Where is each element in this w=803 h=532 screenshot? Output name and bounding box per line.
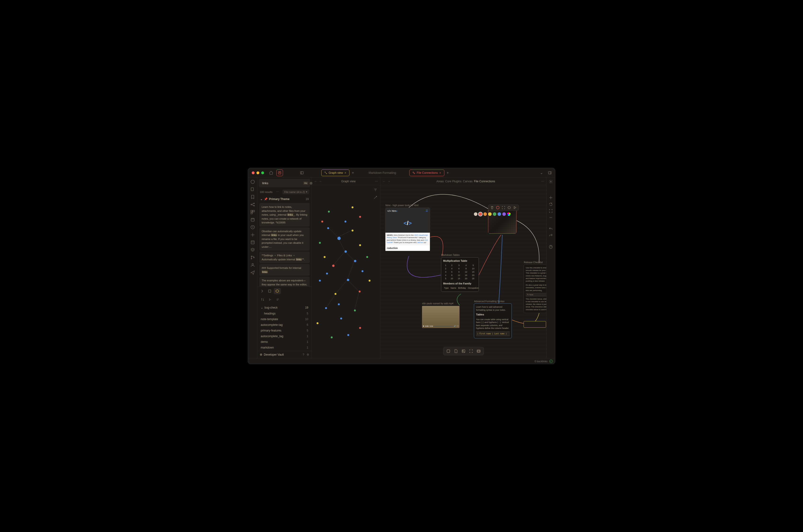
backlink-count[interactable]: 0 backlinks (535, 360, 547, 363)
play-icon[interactable]: ▶ (423, 325, 424, 327)
graph-node[interactable] (347, 334, 349, 336)
command-palette-icon[interactable] (250, 232, 255, 237)
search-result[interactable]: **Settings → Files & Links → Automatical… (259, 251, 310, 263)
tag-item[interactable]: note-template10 (259, 316, 310, 322)
search-result[interactable]: Obsidian can automatically update intern… (259, 227, 310, 251)
graph-node[interactable] (359, 327, 361, 329)
layers-icon[interactable] (250, 248, 255, 252)
add-note-icon[interactable] (453, 348, 458, 354)
graph-node[interactable] (359, 244, 361, 246)
quick-switcher-icon[interactable] (250, 179, 255, 184)
fullscreen-icon[interactable] (549, 209, 553, 213)
sidebar-toggle-icon[interactable] (298, 170, 305, 176)
crumb[interactable]: Core Plugins (445, 180, 461, 183)
tag-item[interactable]: headings5 (259, 311, 310, 316)
person-icon[interactable] (250, 263, 255, 267)
redo-icon[interactable] (549, 233, 553, 238)
tag-item[interactable]: autocomplete_tag1 (259, 334, 310, 339)
graph-node[interactable] (345, 250, 347, 253)
refresh-icon[interactable] (549, 202, 553, 206)
canvas-node-release-checklist[interactable]: Release Checklist Use this checklist to … (524, 264, 546, 313)
right-sidebar-toggle-icon[interactable] (547, 170, 553, 176)
expand-icon[interactable] (267, 297, 274, 303)
color-swatch[interactable] (483, 212, 487, 216)
play-icon[interactable] (513, 206, 517, 209)
circle-icon[interactable] (507, 206, 511, 209)
graph-node[interactable] (328, 211, 330, 213)
add-link-icon[interactable] (469, 348, 474, 354)
graph-node[interactable] (316, 322, 318, 324)
plus-icon[interactable] (549, 195, 553, 200)
result-group-header[interactable]: ⌄ 📌 Primary Theme 19 (259, 196, 310, 202)
graph-icon[interactable] (250, 202, 255, 207)
tab-file-connections[interactable]: File Connections × (409, 170, 444, 176)
home-icon[interactable] (268, 170, 274, 176)
graph-view[interactable] (312, 185, 380, 358)
back-icon[interactable]: ← (314, 180, 317, 183)
search-input[interactable] (262, 182, 302, 185)
tag-group-header[interactable]: ⌄ bug-check 19 (259, 305, 310, 311)
add-group-icon[interactable] (476, 348, 481, 354)
palette-icon[interactable] (496, 206, 500, 209)
canvas-view[interactable]: htmx - high power tools for html </> htm… (380, 185, 546, 358)
focus-icon[interactable] (501, 206, 505, 209)
crumb[interactable]: Canvas (463, 180, 473, 183)
add-card-icon[interactable] (446, 348, 451, 354)
graph-node[interactable] (337, 237, 341, 240)
tag-item[interactable]: primary-features5 (259, 328, 310, 334)
color-swatch-custom[interactable] (507, 212, 511, 216)
crumb[interactable]: Areas (436, 180, 444, 183)
fullscreen-icon[interactable]: ⛶ (457, 325, 458, 327)
undo-icon[interactable] (549, 227, 553, 231)
bookmarks-tab-icon[interactable] (267, 288, 273, 294)
canvas-node-video[interactable]: são paulo sunset by saib.mp4 ▶ 0:00 / 3:… (422, 306, 460, 328)
graph-node[interactable] (321, 221, 323, 223)
daily-note-icon[interactable] (250, 217, 255, 222)
search-result[interactable]: The examples above are equivalent—they a… (259, 277, 310, 286)
graph-node[interactable] (334, 293, 336, 295)
wand-icon[interactable] (372, 195, 378, 200)
graph-node[interactable] (325, 307, 327, 309)
graph-node[interactable] (332, 265, 334, 267)
canvas-node-markdown-tables[interactable]: Markdown Tables Multiplication Table 123… (441, 257, 479, 292)
send-icon[interactable] (250, 270, 255, 275)
color-swatch[interactable] (493, 212, 496, 216)
forward-icon[interactable]: → (387, 180, 390, 183)
close-window[interactable] (252, 171, 255, 174)
color-swatch[interactable] (474, 212, 477, 216)
maximize-window[interactable] (261, 171, 264, 174)
graph-node[interactable] (319, 280, 321, 282)
canvas-node-empty[interactable] (524, 321, 546, 328)
color-swatch[interactable] (502, 212, 506, 216)
sort-dropdown[interactable]: File name (A to Z) ▾ (282, 190, 309, 194)
match-case-badge[interactable]: Aa (303, 182, 308, 185)
tab-graph-view[interactable]: Graph view × (321, 170, 349, 176)
sync-status-icon[interactable]: ✓ (549, 360, 553, 363)
close-icon[interactable]: × (439, 171, 441, 175)
graph-node[interactable] (351, 230, 353, 231)
graph-node[interactable] (354, 260, 356, 262)
settings-icon[interactable] (549, 179, 553, 184)
chevron-down-icon[interactable]: ⌄ (538, 170, 545, 176)
video-scrubber[interactable] (434, 326, 453, 326)
filter-icon[interactable] (372, 187, 378, 193)
sort-icon[interactable] (259, 297, 266, 303)
graph-node[interactable] (359, 290, 361, 292)
tag-item[interactable]: autocomplete-tag6 (259, 322, 310, 328)
forward-icon[interactable]: → (319, 180, 322, 183)
clock-icon[interactable] (250, 225, 255, 230)
more-icon[interactable]: ⋯ (541, 180, 544, 183)
more-icon[interactable]: ⋯ (375, 180, 378, 183)
git-icon[interactable] (250, 255, 255, 260)
graph-node[interactable] (362, 270, 363, 272)
reading-mode-icon[interactable] (276, 170, 283, 176)
delete-icon[interactable] (490, 206, 494, 209)
settings-icon[interactable]: ⚙ (307, 353, 309, 356)
graph-node[interactable] (347, 279, 349, 281)
back-icon[interactable]: ← (383, 180, 386, 183)
templates-icon[interactable] (250, 240, 255, 245)
bookmark-icon[interactable] (250, 195, 255, 199)
minus-icon[interactable] (549, 215, 553, 220)
menu-icon[interactable]: ☰ (426, 209, 428, 212)
vault-switcher[interactable]: ⚙ Developer Vault ? ⚙ (257, 351, 312, 358)
